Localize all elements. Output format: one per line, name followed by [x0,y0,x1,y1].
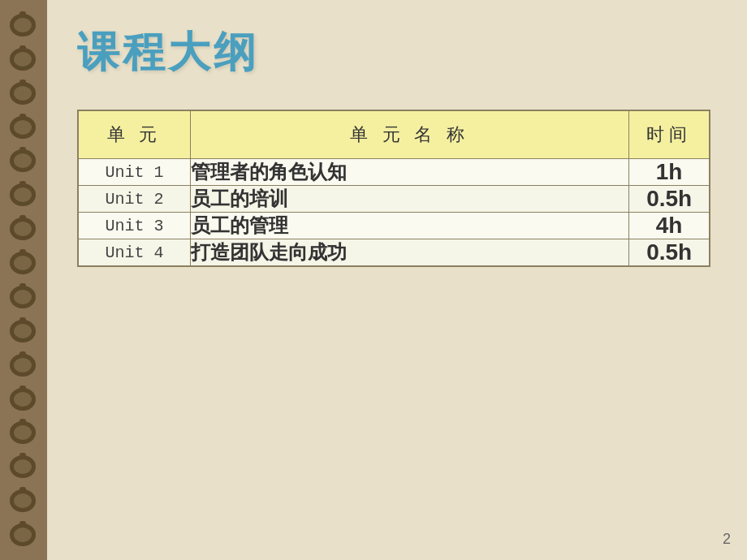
cell-time: 0.5h [629,239,710,267]
header-name: 单 元 名 称 [190,110,629,159]
page-container: 课程大纲 单 元 单 元 名 称 时间 Unit 1管理者的角色认知1hUnit… [0,0,747,560]
cell-unit: Unit 3 [78,213,190,239]
table-row: Unit 3员工的管理4h [78,213,710,239]
page-number: 2 [723,531,731,548]
spiral-ring [10,489,36,512]
table-row: Unit 4打造团队走向成功0.5h [78,239,710,267]
spiral-ring [10,421,36,444]
spiral-ring [10,48,36,71]
cell-name: 员工的培训 [190,186,629,213]
cell-time: 0.5h [629,186,710,213]
spiral-binding [0,0,45,560]
spiral-ring [10,252,36,274]
content-area: 课程大纲 单 元 单 元 名 称 时间 Unit 1管理者的角色认知1hUnit… [45,0,747,560]
spiral-ring [10,320,36,342]
spiral-ring [10,183,36,206]
spiral-ring [10,149,36,172]
cell-unit: Unit 1 [78,159,190,186]
table-row: Unit 2员工的培训0.5h [78,186,710,213]
cell-name: 管理者的角色认知 [190,159,629,186]
spiral-ring [10,218,36,240]
table-row: Unit 1管理者的角色认知1h [78,159,710,186]
spiral-ring [10,388,36,411]
page-title: 课程大纲 [77,24,715,81]
header-unit: 单 元 [78,110,190,159]
spiral-ring [10,354,36,377]
cell-unit: Unit 2 [78,186,190,213]
cell-name: 员工的管理 [190,213,629,239]
spiral-ring [10,116,36,139]
cell-name: 打造团队走向成功 [190,239,629,267]
table-header-row: 单 元 单 元 名 称 时间 [78,110,710,159]
spiral-ring [10,82,36,105]
spiral-ring [10,14,36,37]
header-time: 时间 [629,110,710,159]
cell-time: 1h [629,159,710,186]
cell-unit: Unit 4 [78,239,190,267]
spiral-ring [10,455,36,478]
spiral-ring [10,286,36,308]
curriculum-table: 单 元 单 元 名 称 时间 Unit 1管理者的角色认知1hUnit 2员工的… [77,110,710,267]
cell-time: 4h [629,213,710,239]
spiral-ring [10,523,36,546]
